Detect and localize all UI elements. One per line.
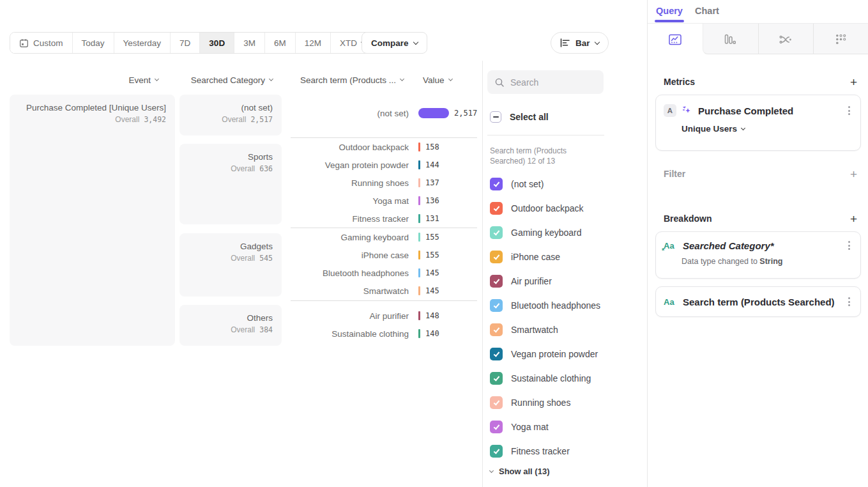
date-yesterday-button[interactable]: Yesterday xyxy=(114,33,171,53)
rows-group-others: Air purifier148 Sustainable clothing140 xyxy=(291,307,482,343)
list-item[interactable]: Air purifier xyxy=(490,269,640,293)
list-item[interactable]: Gaming keyboard xyxy=(490,220,640,245)
date-7d-button[interactable]: 7D xyxy=(170,33,199,53)
search-input[interactable] xyxy=(510,77,597,88)
list-item[interactable]: Fitness tracker xyxy=(490,439,640,463)
date-today-button[interactable]: Today xyxy=(72,33,114,53)
date-12m-button[interactable]: 12M xyxy=(295,33,330,53)
add-filter-button[interactable]: + xyxy=(850,168,857,180)
chevron-down-icon xyxy=(741,125,745,130)
category-cell-others: Others Overall384 xyxy=(179,305,282,346)
list-item[interactable]: Vegan protein powder xyxy=(490,342,640,366)
column-header-event[interactable]: Event xyxy=(10,75,158,85)
select-all-row[interactable]: Select all xyxy=(490,111,549,123)
tab-chart[interactable]: Chart xyxy=(695,6,719,16)
list-item[interactable]: Outdoor backpack xyxy=(490,196,640,220)
checkmark-icon xyxy=(493,423,499,429)
table-row: Smartwatch145 xyxy=(291,282,482,300)
tab-retention[interactable] xyxy=(813,24,868,55)
list-item[interactable]: Yoga mat xyxy=(490,415,640,439)
chevron-down-icon xyxy=(400,77,404,81)
checkbox[interactable] xyxy=(490,202,503,215)
metric-card[interactable]: A Purchase Completed Unique Users xyxy=(655,95,861,151)
tab-query[interactable]: Query xyxy=(656,6,683,16)
kebab-menu-icon[interactable] xyxy=(846,240,853,251)
chevron-down-icon xyxy=(269,77,273,81)
checkbox[interactable] xyxy=(490,445,503,458)
value-bar xyxy=(418,268,420,277)
add-metric-button[interactable]: + xyxy=(850,76,857,88)
report-type-tabs xyxy=(648,23,868,54)
kebab-menu-icon[interactable] xyxy=(846,105,853,116)
checkbox[interactable] xyxy=(490,251,503,263)
checkmark-icon xyxy=(493,277,499,284)
kebab-menu-icon[interactable] xyxy=(846,296,853,307)
list-item[interactable]: iPhone case xyxy=(490,245,640,269)
checkbox[interactable] xyxy=(490,178,503,190)
list-item[interactable]: Bluetooth headphones xyxy=(490,293,640,318)
chevron-down-icon xyxy=(413,39,418,44)
search-icon xyxy=(494,77,505,88)
column-header-search-term[interactable]: Search term (Products ... xyxy=(291,75,404,85)
date-6m-button[interactable]: 6M xyxy=(264,33,295,53)
select-all-checkbox[interactable] xyxy=(490,111,501,123)
checkbox[interactable] xyxy=(490,421,503,433)
rows-group-not-set: (not set) 2,517 xyxy=(291,104,482,122)
string-property-icon: *Aa xyxy=(664,241,678,251)
list-item[interactable]: Smartwatch xyxy=(490,318,640,342)
list-item[interactable]: Running shoes xyxy=(490,390,640,415)
table-row: Gaming keyboard155 xyxy=(291,228,482,246)
horizontal-bar-chart-icon xyxy=(560,38,570,47)
checkbox[interactable] xyxy=(490,372,503,385)
insights-report-page: Custom Today Yesterday 7D 30D 3M 6M 12M … xyxy=(0,0,868,487)
checkbox[interactable] xyxy=(490,323,503,336)
tab-funnels[interactable] xyxy=(703,24,758,55)
filter-section-header: Filter + xyxy=(664,167,857,180)
checkmark-icon xyxy=(493,229,499,235)
table-row: Vegan protein powder144 xyxy=(291,156,482,174)
table-row: Outdoor backpack158 xyxy=(291,138,482,156)
date-custom-button[interactable]: Custom xyxy=(10,33,72,53)
metric-event-name: Purchase Completed xyxy=(698,105,841,116)
list-item[interactable]: Sustainable clothing xyxy=(490,366,640,390)
breakdown-card-searched-category[interactable]: *Aa Searched Category* Data type changed… xyxy=(655,231,861,279)
rows-group-gadgets: Gaming keyboard155 iPhone case155 Blueto… xyxy=(291,228,482,300)
breakdown-card-search-term[interactable]: Aa Search term (Products Searched) xyxy=(655,286,861,317)
measure-select[interactable]: Unique Users xyxy=(681,124,853,134)
date-range-picker: Custom Today Yesterday 7D 30D 3M 6M 12M … xyxy=(10,32,375,54)
checkbox[interactable] xyxy=(490,226,503,239)
column-header-value[interactable]: Value xyxy=(423,75,480,85)
table-row: iPhone case155 xyxy=(291,246,482,264)
table-row: Air purifier148 xyxy=(291,307,482,325)
event-cell: Purchase Completed [Unique Users] Overal… xyxy=(10,95,175,346)
checkmark-icon xyxy=(493,375,499,381)
indeterminate-dash-icon xyxy=(493,116,499,118)
date-30d-button[interactable]: 30D xyxy=(199,33,234,53)
panel-divider xyxy=(482,61,483,487)
event-name: Purchase Completed [Unique Users] xyxy=(10,103,166,112)
tab-flows[interactable] xyxy=(758,24,813,55)
checkbox[interactable] xyxy=(490,348,503,360)
chart-type-select[interactable]: Bar xyxy=(551,32,609,54)
date-3m-button[interactable]: 3M xyxy=(234,33,264,53)
checkbox[interactable] xyxy=(490,396,503,409)
table-row: Yoga mat136 xyxy=(291,192,482,210)
string-property-icon: Aa xyxy=(664,297,678,307)
value-bar xyxy=(418,233,420,242)
checkmark-icon xyxy=(493,447,499,454)
compare-button[interactable]: Compare xyxy=(362,32,427,54)
column-header-searched-category[interactable]: Searched Category xyxy=(179,75,273,85)
value-bar xyxy=(418,160,420,169)
chevron-down-icon xyxy=(448,77,452,81)
calendar-icon xyxy=(19,38,29,48)
value-bar xyxy=(418,251,420,259)
tab-insights[interactable] xyxy=(648,24,703,55)
show-all-button[interactable]: Show all (13) xyxy=(490,467,549,476)
insights-line-chart-icon xyxy=(669,34,681,45)
checkbox[interactable] xyxy=(490,299,503,312)
active-tab-underline xyxy=(655,20,684,22)
add-breakdown-button[interactable]: + xyxy=(850,213,857,225)
breakdown-section-header: Breakdown + xyxy=(664,212,857,225)
list-item[interactable]: (not set) xyxy=(490,172,640,196)
checkbox[interactable] xyxy=(490,275,503,288)
